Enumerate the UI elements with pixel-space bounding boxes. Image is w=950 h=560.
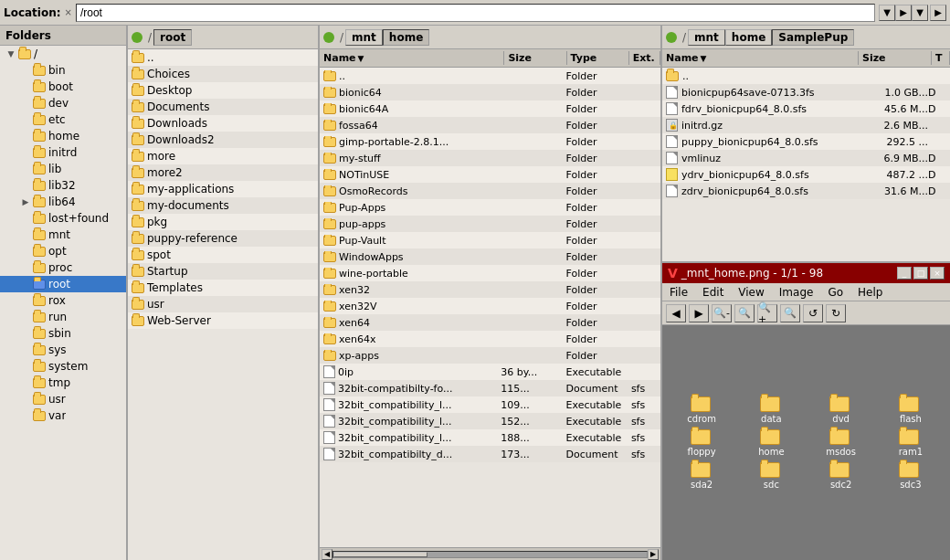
- bc-root[interactable]: root: [153, 29, 192, 46]
- tree-item-system[interactable]: system: [0, 358, 126, 375]
- tree-item-rox[interactable]: rox: [0, 292, 126, 309]
- viewer-folder-sdc2[interactable]: sdc2: [809, 462, 873, 490]
- tree-item-lib64[interactable]: ▶ lib64: [0, 194, 126, 210]
- list-item[interactable]: Downloads2: [128, 132, 318, 148]
- table-row[interactable]: vmlinuz 6.9 MB... D: [662, 150, 950, 166]
- list-item[interactable]: usr: [128, 296, 318, 312]
- viewer-folder-sda2[interactable]: sda2: [670, 462, 734, 490]
- nav-fwd-btn[interactable]: ▶: [895, 5, 912, 21]
- viewer-minimize-btn[interactable]: _: [897, 267, 912, 280]
- folder-tree[interactable]: ▼ / bin boot dev etc: [0, 46, 126, 560]
- bc-home[interactable]: home: [383, 29, 429, 46]
- list-item[interactable]: my-documents: [128, 197, 318, 214]
- viewer-folder-home[interactable]: home: [739, 429, 803, 457]
- table-row[interactable]: wine-portable Folder: [320, 265, 660, 281]
- table-row[interactable]: 32bit_compatibility_l... 188... Executab…: [320, 429, 660, 446]
- list-item[interactable]: more: [128, 148, 318, 164]
- expander-root[interactable]: ▼: [4, 47, 18, 61]
- menu-help[interactable]: Help: [850, 283, 890, 301]
- zoom-fit-btn[interactable]: 🔍: [734, 304, 755, 322]
- viewer-folder-sdc[interactable]: sdc: [739, 462, 803, 490]
- files-scrollbar[interactable]: ◀ ▶: [320, 547, 660, 560]
- tree-item-initrd[interactable]: initrd: [0, 144, 126, 161]
- tree-item-root-home[interactable]: root: [0, 276, 126, 292]
- list-item[interactable]: Startup: [128, 263, 318, 280]
- tree-item-var[interactable]: var: [0, 407, 126, 424]
- viewer-folder-cdrom[interactable]: cdrom: [670, 396, 734, 424]
- menu-image[interactable]: Image: [772, 283, 821, 301]
- tree-item-bin[interactable]: bin: [0, 62, 126, 79]
- col-type-header[interactable]: Type: [567, 51, 629, 65]
- zoom-out-btn[interactable]: 🔍-: [712, 304, 732, 322]
- viewer-maximize-btn[interactable]: □: [913, 267, 928, 280]
- list-item[interactable]: puppy-reference: [128, 230, 318, 247]
- tree-item-tmp[interactable]: tmp: [0, 375, 126, 391]
- tree-item-boot[interactable]: boot: [0, 79, 126, 95]
- table-row[interactable]: NOTinUSE Folder: [320, 166, 660, 183]
- next-btn[interactable]: ▶: [689, 304, 709, 322]
- tree-item-usr[interactable]: usr: [0, 391, 126, 407]
- table-row[interactable]: my-stuff Folder: [320, 150, 660, 166]
- list-item[interactable]: more2: [128, 164, 318, 181]
- tree-item-run[interactable]: run: [0, 309, 126, 325]
- rotate-cw-btn[interactable]: ↻: [826, 304, 846, 322]
- table-row[interactable]: xen32V Folder: [320, 298, 660, 314]
- menu-go[interactable]: Go: [820, 283, 850, 301]
- sp-type-header[interactable]: T: [932, 51, 950, 65]
- tree-item-etc[interactable]: etc: [0, 111, 126, 128]
- table-row[interactable]: 32bit_compatibility_l... 109... Executab…: [320, 396, 660, 413]
- table-row[interactable]: .. Folder: [320, 68, 660, 84]
- table-row[interactable]: xp-apps Folder: [320, 347, 660, 364]
- table-row[interactable]: 32bit-compatibilty-fo... 115... Document…: [320, 380, 660, 396]
- table-row[interactable]: Pup-Apps Folder: [320, 199, 660, 216]
- table-row[interactable]: ..: [662, 68, 950, 84]
- tree-item-lostfound[interactable]: lost+found: [0, 210, 126, 227]
- tree-item-mnt[interactable]: mnt: [0, 227, 126, 243]
- root-file-list[interactable]: .. Choices Desktop Documents Downloads D…: [128, 49, 318, 560]
- table-row[interactable]: 🔒 initrd.gz 2.6 MB...: [662, 117, 950, 133]
- scroll-left-btn[interactable]: ◀: [322, 549, 332, 560]
- col-name-header[interactable]: Name ▼: [320, 51, 504, 65]
- list-item[interactable]: Web-Server: [128, 312, 318, 329]
- table-row[interactable]: Pup-Vault Folder: [320, 232, 660, 248]
- tree-item-proc[interactable]: proc: [0, 259, 126, 276]
- tree-item-root[interactable]: ▼ /: [0, 46, 126, 62]
- viewer-folder-flash[interactable]: flash: [879, 396, 943, 424]
- list-item[interactable]: Downloads: [128, 115, 318, 132]
- tree-item-lib[interactable]: lib: [0, 161, 126, 177]
- rotate-ccw-btn[interactable]: ↺: [803, 304, 823, 322]
- tree-item-opt[interactable]: opt: [0, 243, 126, 259]
- table-row[interactable]: bionicpup64save-0713.3fs 1.0 GB... D: [662, 84, 950, 100]
- table-row[interactable]: bionic64A Folder: [320, 100, 660, 117]
- bc-home2[interactable]: home: [725, 29, 772, 46]
- scroll-track[interactable]: [332, 551, 648, 558]
- menu-view[interactable]: View: [731, 283, 771, 301]
- bc-samplepup[interactable]: SamplePup: [772, 29, 854, 46]
- viewer-folder-sdc3[interactable]: sdc3: [879, 462, 943, 490]
- list-item[interactable]: Choices: [128, 66, 318, 82]
- table-row[interactable]: OsmoRecords Folder: [320, 183, 660, 199]
- nav-fwd-btn2[interactable]: ▶: [930, 5, 946, 21]
- files-list[interactable]: .. Folder bionic64 Folder bionic64A Fold…: [320, 68, 660, 547]
- tree-item-dev[interactable]: dev: [0, 95, 126, 111]
- col-ext-header[interactable]: Ext.: [629, 51, 660, 65]
- viewer-close-btn[interactable]: ×: [930, 267, 945, 280]
- sp-size-header[interactable]: Size: [859, 51, 932, 65]
- scroll-thumb[interactable]: [333, 552, 428, 557]
- table-row[interactable]: 32bit_compatibility_l... 152... Executab…: [320, 413, 660, 429]
- table-row[interactable]: bionic64 Folder: [320, 84, 660, 100]
- viewer-folder-data[interactable]: data: [739, 396, 803, 424]
- list-item[interactable]: Desktop: [128, 82, 318, 99]
- zoom-actual-btn[interactable]: 🔍: [780, 304, 800, 322]
- tree-item-sbin[interactable]: sbin: [0, 325, 126, 342]
- bc-mnt[interactable]: mnt: [345, 29, 383, 46]
- tree-item-lib32[interactable]: lib32: [0, 177, 126, 194]
- table-row[interactable]: xen64x Folder: [320, 331, 660, 347]
- table-row[interactable]: fossa64 Folder: [320, 117, 660, 133]
- bc-mnt2[interactable]: mnt: [688, 29, 725, 46]
- sp-name-header[interactable]: Name ▼: [662, 51, 859, 65]
- list-item[interactable]: ..: [128, 49, 318, 66]
- table-row[interactable]: ydrv_bionicpup64_8.0.sfs 487.2 ... D: [662, 166, 950, 183]
- zoom-in-btn[interactable]: 🔍+: [757, 304, 777, 322]
- tree-item-sys[interactable]: sys: [0, 342, 126, 358]
